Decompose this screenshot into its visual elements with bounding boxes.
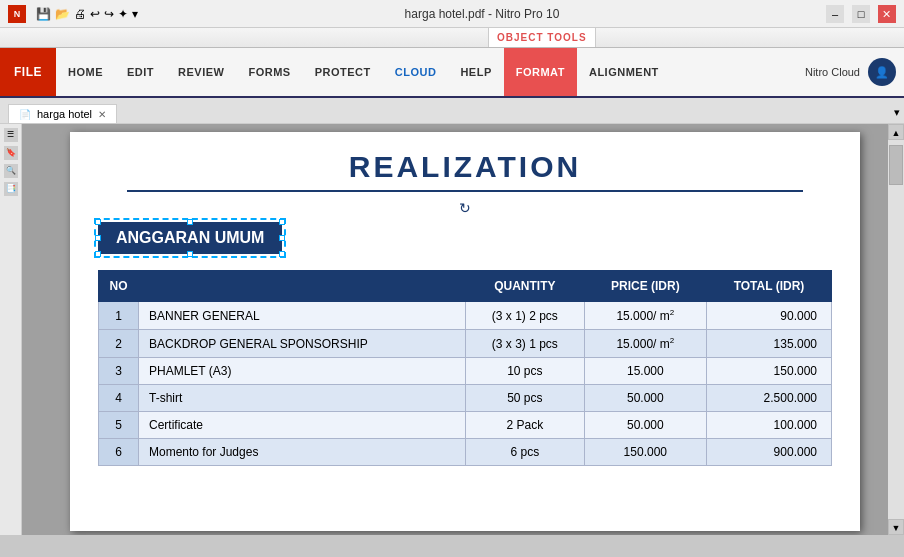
quick-access-save[interactable]: 💾 [36,7,51,21]
table-row-price: 150.000 [584,439,706,466]
table-row-qty: 6 pcs [465,439,584,466]
doc-tab-close[interactable]: ✕ [98,109,106,120]
tab-expand-arrow[interactable]: ▾ [894,106,904,123]
table-row-qty: (3 x 3) 1 pcs [465,330,584,358]
col-total: TOTAL (IDR) [706,271,831,302]
title-bar-right: – □ ✕ [826,5,896,23]
tab-edit[interactable]: EDIT [115,48,166,96]
tab-protect[interactable]: PROTECT [303,48,383,96]
table-row-total: 100.000 [706,412,831,439]
scroll-up-arrow[interactable]: ▲ [888,124,904,140]
col-item [139,271,466,302]
scroll-down-arrow[interactable]: ▼ [888,519,904,535]
tab-forms[interactable]: FORMS [236,48,302,96]
object-tools-label: OBJECT TOOLS [488,28,596,47]
table-row-no: 4 [99,385,139,412]
pdf-title: REALIZATION [98,150,832,184]
table-row-total: 90.000 [706,302,831,330]
table-row-total: 135.000 [706,330,831,358]
scroll-track[interactable] [888,140,904,519]
doc-tab-harga[interactable]: 📄 harga hotel ✕ [8,104,117,123]
table-row-no: 3 [99,358,139,385]
right-scrollbar: ▲ ▼ [888,124,904,535]
doc-tab-name: harga hotel [37,108,92,120]
doc-tabs: 📄 harga hotel ✕ ▾ [0,98,904,124]
table-row-item: BACKDROP GENERAL SPONSORSHIP [139,330,466,358]
tab-home[interactable]: HOME [56,48,115,96]
window-title: harga hotel.pdf - Nitro Pro 10 [405,7,560,21]
user-avatar[interactable]: 👤 [868,58,896,86]
maximize-button[interactable]: □ [852,5,870,23]
quick-access-more[interactable]: ▾ [132,7,138,21]
tab-file[interactable]: FILE [0,48,56,96]
title-bar-left: N 💾 📂 🖨 ↩ ↪ ✦ ▾ [8,5,138,23]
tab-format[interactable]: FORMAT [504,48,577,96]
object-tools-bar: OBJECT TOOLS [0,28,904,48]
quick-access-open[interactable]: 📂 [55,7,70,21]
table-row-item: BANNER GENERAL [139,302,466,330]
table-row-total: 900.000 [706,439,831,466]
table-row-item: T-shirt [139,385,466,412]
nitro-cloud-label: Nitro Cloud [805,66,860,78]
quick-access-print[interactable]: 🖨 [74,7,86,21]
table-row-no: 1 [99,302,139,330]
col-no: NO [99,271,139,302]
scroll-thumb[interactable] [889,145,903,185]
table-row-item: Certificate [139,412,466,439]
table-row-item: PHAMLET (A3) [139,358,466,385]
table-row-item: Momento for Judges [139,439,466,466]
left-sidebar: ☰ 🔖 🔍 📑 [0,124,22,535]
table-row-price: 50.000 [584,385,706,412]
title-underline [127,190,802,192]
sidebar-tool-3[interactable]: 🔍 [4,164,18,178]
tab-cloud[interactable]: CLOUD [383,48,449,96]
sidebar-tool-2[interactable]: 🔖 [4,146,18,160]
table-row-no: 5 [99,412,139,439]
table-row-price: 50.000 [584,412,706,439]
table-row-total: 2.500.000 [706,385,831,412]
col-qty: QUANTITY [465,271,584,302]
table-row-qty: (3 x 1) 2 pcs [465,302,584,330]
table-row-qty: 10 pcs [465,358,584,385]
rotate-icon[interactable]: ↻ [98,200,832,216]
main-area: ☰ 🔖 🔍 📑 REALIZATION ↻ [0,124,904,535]
tab-review[interactable]: REVIEW [166,48,236,96]
table-row-price: 15.000 [584,358,706,385]
col-price: PRICE (IDR) [584,271,706,302]
table-row-price: 15.000/ m2 [584,330,706,358]
table-row-qty: 50 pcs [465,385,584,412]
minimize-button[interactable]: – [826,5,844,23]
tab-help[interactable]: HELP [448,48,503,96]
ribbon-right: Nitro Cloud 👤 [805,48,904,96]
sidebar-tool-1[interactable]: ☰ [4,128,18,142]
pdf-viewport: REALIZATION ↻ ANGGARAN UMUM [22,124,888,535]
price-table: NO QUANTITY PRICE (IDR) TOTAL (IDR) 1BAN… [98,270,832,466]
table-row-qty: 2 Pack [465,412,584,439]
title-bar: N 💾 📂 🖨 ↩ ↪ ✦ ▾ harga hotel.pdf - Nitro … [0,0,904,28]
pdf-page: REALIZATION ↻ ANGGARAN UMUM [70,132,860,531]
app-icon: N [8,5,26,23]
table-row-no: 6 [99,439,139,466]
sidebar-tool-4[interactable]: 📑 [4,182,18,196]
quick-access-redo[interactable]: ↪ [104,7,114,21]
tab-alignment[interactable]: ALIGNMENT [577,48,671,96]
quick-access-undo[interactable]: ↩ [90,7,100,21]
doc-tab-icon: 📄 [19,109,31,120]
table-row-total: 150.000 [706,358,831,385]
quick-access-select[interactable]: ✦ [118,7,128,21]
ribbon: FILE HOME EDIT REVIEW FORMS PROTECT CLOU… [0,48,904,98]
table-row-price: 15.000/ m2 [584,302,706,330]
close-button[interactable]: ✕ [878,5,896,23]
anggaran-box[interactable]: ANGGARAN UMUM [98,222,282,254]
table-row-no: 2 [99,330,139,358]
